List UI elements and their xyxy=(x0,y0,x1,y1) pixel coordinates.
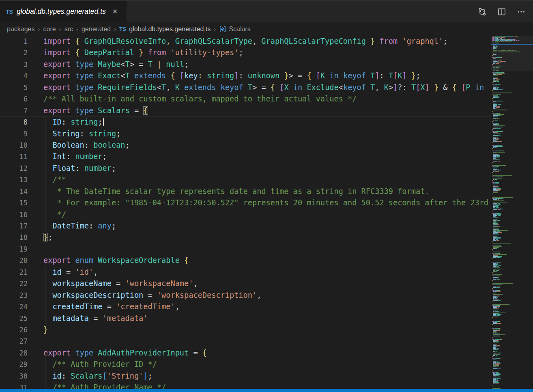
code-line-28[interactable]: 28export type AddAuthProviderInput = { xyxy=(0,347,490,359)
line-number[interactable]: 21 xyxy=(0,267,28,278)
symbol-struct-icon xyxy=(219,26,226,33)
line-number[interactable]: 11 xyxy=(0,151,28,162)
line-number[interactable]: 19 xyxy=(0,243,28,255)
line-number[interactable]: 1 xyxy=(0,36,28,47)
line-number[interactable]: 25 xyxy=(0,313,28,324)
line-number[interactable]: 3 xyxy=(0,59,28,70)
line-number[interactable]: 26 xyxy=(0,324,28,336)
code-line-30[interactable]: 30 id: Scalars['String']; xyxy=(0,370,490,382)
minimap-row xyxy=(492,192,533,192)
minimap[interactable] xyxy=(491,36,533,389)
code-line-14[interactable]: 14 * The DateTime scalar type represents… xyxy=(0,186,490,197)
code-line-12[interactable]: 12 Float: number; xyxy=(0,163,490,174)
line-number[interactable]: 6 xyxy=(0,93,28,105)
code-line-11[interactable]: 11 Int: number; xyxy=(0,151,490,162)
indent-guide xyxy=(45,116,45,128)
line-number[interactable]: 29 xyxy=(0,359,28,370)
breadcrumb-item-src[interactable]: src xyxy=(64,26,73,33)
code-line-5[interactable]: 5export type RequireFields<T, K extends … xyxy=(0,82,490,93)
line-number[interactable]: 22 xyxy=(0,278,28,289)
line-number[interactable]: 17 xyxy=(0,220,28,232)
code-line-24[interactable]: 24 createdTime = 'createdTime', xyxy=(0,301,490,312)
line-number[interactable]: 14 xyxy=(0,186,28,197)
code-line-15[interactable]: 15 * For example: "1985-04-12T23:20:50.5… xyxy=(0,197,490,209)
line-number[interactable]: 31 xyxy=(0,382,28,389)
code-line-4[interactable]: 4export type Exact<T extends { [key: str… xyxy=(0,70,490,82)
breadcrumb-separator: › xyxy=(76,26,78,32)
code-line-6[interactable]: 6/** All built-in and custom scalars, ma… xyxy=(0,93,490,105)
code-line-content: Int: number; xyxy=(43,151,107,162)
code-line-23[interactable]: 23 workspaceDescription = 'workspaceDesc… xyxy=(0,290,490,301)
line-number[interactable]: 10 xyxy=(0,140,28,151)
code-line-17[interactable]: 17 DateTime: any; xyxy=(0,220,490,232)
code-line-2[interactable]: 2import { DeepPartial } from 'utility-ty… xyxy=(0,47,490,58)
code-line-9[interactable]: 9 String: string; xyxy=(0,128,490,140)
line-number[interactable]: 20 xyxy=(0,255,28,266)
breadcrumb-item-core[interactable]: core xyxy=(43,26,56,33)
minimap-row xyxy=(492,274,533,275)
line-number[interactable]: 23 xyxy=(0,290,28,301)
code-line-16[interactable]: 16 */ xyxy=(0,209,490,220)
minimap-row xyxy=(492,78,533,79)
line-number[interactable]: 13 xyxy=(0,174,28,185)
minimap-row xyxy=(492,337,533,338)
minimap-row xyxy=(492,380,533,381)
tab-global-db-types-generated[interactable]: TS global.db.types.generated.ts ✕ xyxy=(0,1,127,22)
close-icon[interactable]: ✕ xyxy=(112,8,118,16)
code-line-1[interactable]: 1import { GraphQLResolveInfo, GraphQLSca… xyxy=(0,36,490,47)
breadcrumb-item-packages[interactable]: packages xyxy=(7,26,35,33)
code-line-13[interactable]: 13 /** xyxy=(0,174,490,185)
open-changes-icon[interactable] xyxy=(477,6,488,17)
minimap-row xyxy=(492,277,533,278)
line-number[interactable]: 27 xyxy=(0,336,28,347)
line-number[interactable]: 7 xyxy=(0,105,28,116)
breadcrumb-separator: › xyxy=(38,26,40,32)
code-line-7[interactable]: 7export type Scalars = { xyxy=(0,105,490,116)
breadcrumb-item-symbol[interactable]: Scalars xyxy=(219,26,250,33)
code-line-8[interactable]: 8 ID: string; xyxy=(0,116,490,128)
minimap-row xyxy=(492,96,533,97)
line-number[interactable]: 24 xyxy=(0,301,28,312)
minimap-row xyxy=(492,256,533,257)
code-line-26[interactable]: 26} xyxy=(0,324,490,336)
more-actions-icon[interactable] xyxy=(516,6,527,17)
line-number[interactable]: 5 xyxy=(0,82,28,93)
minimap-row xyxy=(492,151,533,151)
code-line-19[interactable]: 19 xyxy=(0,243,490,255)
code-line-21[interactable]: 21 id = 'id', xyxy=(0,267,490,278)
line-number[interactable]: 15 xyxy=(0,197,28,209)
status-bar[interactable] xyxy=(0,389,533,392)
minimap-row xyxy=(492,363,533,364)
minimap-row xyxy=(492,94,533,95)
line-number[interactable]: 8 xyxy=(0,116,28,128)
code-line-3[interactable]: 3export type Maybe<T> = T | null; xyxy=(0,59,490,70)
minimap-row xyxy=(492,302,533,302)
breadcrumb-item-file[interactable]: TSglobal.db.types.generated.ts xyxy=(119,26,211,33)
code-line-27[interactable]: 27 xyxy=(0,336,490,347)
line-number[interactable]: 16 xyxy=(0,209,28,220)
line-number[interactable]: 28 xyxy=(0,347,28,359)
code-line-22[interactable]: 22 workspaceName = 'workspaceName', xyxy=(0,278,490,289)
line-number[interactable]: 2 xyxy=(0,47,28,58)
minimap-row xyxy=(492,136,533,136)
minimap-row xyxy=(492,186,533,187)
code-area[interactable]: 1import { GraphQLResolveInfo, GraphQLSca… xyxy=(0,36,490,389)
minimap-row xyxy=(492,269,533,269)
minimap-slider[interactable] xyxy=(491,36,533,71)
split-editor-icon[interactable] xyxy=(496,6,507,17)
breadcrumb-item-generated[interactable]: generated xyxy=(82,26,111,33)
code-line-25[interactable]: 25 metadata = 'metadata' xyxy=(0,313,490,324)
minimap-row xyxy=(492,224,533,225)
minimap-row xyxy=(492,120,533,121)
line-number[interactable]: 30 xyxy=(0,370,28,382)
line-number[interactable]: 9 xyxy=(0,128,28,140)
minimap-row xyxy=(492,246,533,247)
line-number[interactable]: 18 xyxy=(0,232,28,243)
code-line-10[interactable]: 10 Boolean: boolean; xyxy=(0,140,490,151)
line-number[interactable]: 4 xyxy=(0,70,28,82)
code-line-29[interactable]: 29 /** Auth Provider ID */ xyxy=(0,359,490,370)
code-line-18[interactable]: 18}; xyxy=(0,232,490,243)
code-line-31[interactable]: 31 /** Auth Provider Name */ xyxy=(0,382,490,389)
code-line-20[interactable]: 20export enum WorkspaceOrderable { xyxy=(0,255,490,266)
line-number[interactable]: 12 xyxy=(0,163,28,174)
